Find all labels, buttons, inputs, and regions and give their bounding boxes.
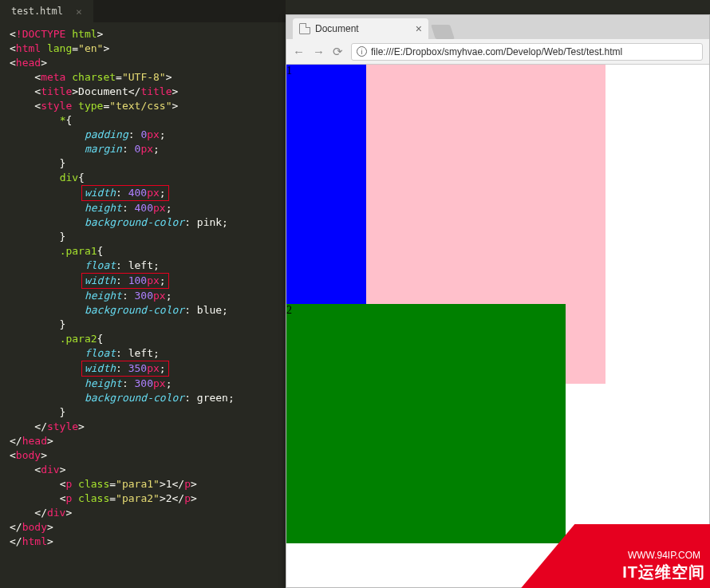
code-line: <div> bbox=[10, 463, 276, 477]
code-line: height: 300px; bbox=[10, 289, 276, 303]
code-line: height: 400px; bbox=[10, 201, 276, 215]
rendered-para1: 1 bbox=[286, 65, 366, 304]
address-bar: ← → ⟳ i file:///E:/Dropbox/smyhvae.com/D… bbox=[286, 39, 709, 65]
watermark-title: IT运维空间 bbox=[622, 562, 705, 583]
code-line: width: 400px; bbox=[10, 185, 276, 201]
code-line: <p class="para2">2</p> bbox=[10, 491, 276, 506]
code-editor-panel: test.html × <!DOCTYPE html><html lang="e… bbox=[0, 0, 286, 588]
file-icon bbox=[299, 23, 310, 34]
back-icon[interactable]: ← bbox=[293, 45, 305, 58]
code-line: } bbox=[10, 156, 276, 171]
code-line: div{ bbox=[10, 171, 276, 185]
new-tab-button[interactable] bbox=[431, 25, 455, 39]
code-line: width: 350px; bbox=[10, 361, 276, 377]
reload-icon[interactable]: ⟳ bbox=[333, 45, 343, 59]
watermark: WWW.94IP.COM IT运维空间 bbox=[542, 516, 710, 588]
code-line: <head> bbox=[10, 56, 276, 70]
editor-tab[interactable]: test.html × bbox=[0, 0, 93, 22]
code-line: <body> bbox=[10, 448, 276, 463]
code-line: <style type="text/css"> bbox=[10, 99, 276, 113]
browser-tab[interactable]: Document × bbox=[293, 18, 428, 39]
editor-tab-label: test.html bbox=[11, 6, 63, 17]
info-icon[interactable]: i bbox=[357, 46, 367, 57]
code-line: background-color: pink; bbox=[10, 215, 276, 230]
url-text: file:///E:/Dropbox/smyhvae.com/Develop/W… bbox=[371, 46, 622, 57]
code-line: float: left; bbox=[10, 346, 276, 361]
code-line: background-color: green; bbox=[10, 391, 276, 405]
code-line: </div> bbox=[10, 506, 276, 520]
page-viewport: 1 2 bbox=[286, 65, 709, 587]
code-line: <p class="para1">1</p> bbox=[10, 477, 276, 491]
close-icon[interactable]: × bbox=[416, 22, 422, 35]
browser-tab-title: Document bbox=[315, 23, 359, 34]
code-line: <!DOCTYPE html> bbox=[10, 27, 276, 41]
code-line: height: 300px; bbox=[10, 377, 276, 391]
watermark-url: WWW.94IP.COM bbox=[628, 550, 700, 561]
rendered-para2: 2 bbox=[286, 304, 566, 543]
code-line: *{ bbox=[10, 113, 276, 128]
code-line: <meta charset="UTF-8"> bbox=[10, 70, 276, 85]
code-line: </style> bbox=[10, 420, 276, 434]
code-line: <html lang="en"> bbox=[10, 41, 276, 56]
code-line: </body> bbox=[10, 520, 276, 535]
code-line: } bbox=[10, 405, 276, 420]
code-area[interactable]: <!DOCTYPE html><html lang="en"><head> <m… bbox=[0, 22, 286, 554]
url-input[interactable]: i file:///E:/Dropbox/smyhvae.com/Develop… bbox=[351, 43, 703, 61]
code-line: </html> bbox=[10, 535, 276, 549]
code-line: padding: 0px; bbox=[10, 128, 276, 142]
code-line: } bbox=[10, 318, 276, 332]
code-line: float: left; bbox=[10, 258, 276, 273]
code-line: width: 100px; bbox=[10, 273, 276, 289]
forward-icon[interactable]: → bbox=[313, 45, 325, 58]
code-line: } bbox=[10, 230, 276, 244]
code-line: <title>Document</title> bbox=[10, 85, 276, 99]
close-icon[interactable]: × bbox=[76, 6, 82, 18]
code-line: .para1{ bbox=[10, 244, 276, 258]
editor-tab-bar: test.html × bbox=[0, 0, 286, 22]
code-line: margin: 0px; bbox=[10, 142, 276, 156]
code-line: </head> bbox=[10, 434, 276, 448]
code-line: background-color: blue; bbox=[10, 303, 276, 318]
code-line: .para2{ bbox=[10, 332, 276, 346]
browser-window: Document × ← → ⟳ i file:///E:/Dropbox/sm… bbox=[286, 14, 710, 588]
browser-tab-strip: Document × bbox=[286, 15, 709, 39]
